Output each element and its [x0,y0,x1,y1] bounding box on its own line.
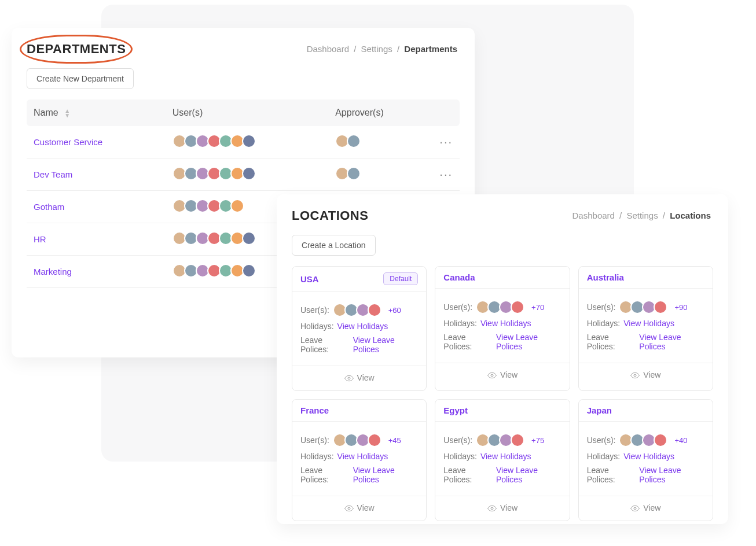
holidays-label: Holidays: [443,452,477,461]
avatar-group [619,300,667,314]
avatar-group [476,300,524,314]
avatar-group [335,134,361,148]
view-holidays-link[interactable]: View Holidays [480,319,531,328]
breadcrumb-departments: Dashboard / Settings / Departments [307,44,457,54]
view-policies-link[interactable]: View Leave Polices [496,466,562,484]
view-holidays-link[interactable]: View Holidays [337,322,388,331]
locations-panel: LOCATIONS Dashboard / Settings / Locatio… [277,194,728,524]
policies-label: Leave Polices: [587,466,636,484]
avatar-group [333,433,381,447]
location-card: Egypt User(s): +75 Holidays: View Holida… [435,399,570,521]
eye-icon [487,504,497,514]
avatar [654,433,667,447]
user-count-more[interactable]: +40 [674,436,687,445]
users-label: User(s): [300,305,329,315]
eye-icon [630,371,640,381]
avatar [242,167,256,180]
svg-point-5 [634,507,636,510]
location-name[interactable]: France [300,405,329,415]
department-link[interactable]: Customer Service [34,137,102,147]
view-location-button[interactable]: View [435,496,569,521]
eye-icon [344,504,354,514]
avatar [347,167,361,180]
avatar [242,134,256,148]
avatar [368,433,381,447]
view-holidays-link[interactable]: View Holidays [623,452,674,461]
holidays-label: Holidays: [587,452,621,461]
row-actions-icon[interactable]: ··· [439,168,453,180]
svg-point-4 [491,507,493,510]
avatar [242,231,256,245]
sort-icon: ▲▼ [64,109,70,118]
view-location-button[interactable]: View [579,363,713,388]
avatar [654,300,667,314]
view-holidays-link[interactable]: View Holidays [480,452,531,461]
location-name[interactable]: Australia [587,272,624,282]
department-link[interactable]: Marketing [34,267,72,276]
location-name[interactable]: Japan [587,405,612,415]
holidays-label: Holidays: [443,319,477,328]
location-card: France User(s): +45 Holidays: View Holid… [292,399,427,521]
view-policies-link[interactable]: View Leave Polices [639,333,704,351]
view-policies-link[interactable]: View Leave Polices [353,466,419,484]
avatar-group [173,199,244,213]
location-card: Canada User(s): +70 Holidays: View Holid… [435,266,570,391]
breadcrumb-dashboard[interactable]: Dashboard [307,44,349,54]
avatar-group [333,303,381,317]
breadcrumb-locations: Dashboard / Settings / Locations [572,211,711,220]
view-policies-link[interactable]: View Leave Polices [639,466,704,484]
user-count-more[interactable]: +70 [531,303,544,312]
location-card: Japan User(s): +40 Holidays: View Holida… [578,399,713,521]
avatar [347,134,361,148]
avatar-group [173,134,256,148]
view-location-button[interactable]: View [292,496,426,521]
avatar-group [173,264,256,278]
avatar-group [476,433,524,447]
svg-point-1 [491,374,493,377]
avatar-group [335,167,361,180]
view-policies-link[interactable]: View Leave Polices [496,333,562,351]
avatar-group [619,433,667,447]
view-location-button[interactable]: View [292,366,426,390]
view-holidays-link[interactable]: View Holidays [337,452,388,461]
breadcrumb-dashboard[interactable]: Dashboard [572,211,615,220]
department-link[interactable]: Gotham [34,202,64,212]
avatar [511,433,524,447]
user-count-more[interactable]: +45 [388,436,401,445]
holidays-label: Holidays: [300,452,334,461]
row-actions-icon[interactable]: ··· [439,135,453,148]
location-card: USA Default User(s): +60 Holidays: View … [292,266,427,391]
svg-point-2 [634,374,636,377]
user-count-more[interactable]: +75 [531,436,544,445]
col-approvers: Approver(s) [328,99,432,126]
breadcrumb-settings[interactable]: Settings [626,211,658,220]
policies-label: Leave Polices: [300,466,350,484]
create-location-button[interactable]: Create a Location [292,235,376,256]
department-link[interactable]: Dev Team [34,169,72,179]
location-name[interactable]: Egypt [443,405,468,415]
location-name[interactable]: USA [300,274,319,284]
view-location-button[interactable]: View [579,496,713,521]
user-count-more[interactable]: +90 [674,303,687,312]
view-policies-link[interactable]: View Leave Polices [353,335,419,354]
default-badge: Default [383,272,418,285]
breadcrumb-current: Departments [404,44,457,54]
users-label: User(s): [443,302,472,312]
location-name[interactable]: Canada [443,272,475,282]
create-department-button[interactable]: Create New Department [27,68,134,89]
policies-label: Leave Polices: [443,333,493,351]
breadcrumb-settings[interactable]: Settings [361,44,392,54]
table-row: Customer Service··· [27,126,460,158]
avatar-group [173,167,256,180]
policies-label: Leave Polices: [443,466,493,484]
users-label: User(s): [587,302,616,312]
view-location-button[interactable]: View [435,363,569,388]
department-link[interactable]: HR [34,234,46,244]
location-card: Australia User(s): +90 Holidays: View Ho… [578,266,713,391]
col-name[interactable]: Name ▲▼ [27,99,166,126]
table-row: Dev Team··· [27,158,460,191]
view-holidays-link[interactable]: View Holidays [623,319,674,328]
avatar [368,303,381,317]
avatar [242,264,256,278]
user-count-more[interactable]: +60 [388,306,401,315]
